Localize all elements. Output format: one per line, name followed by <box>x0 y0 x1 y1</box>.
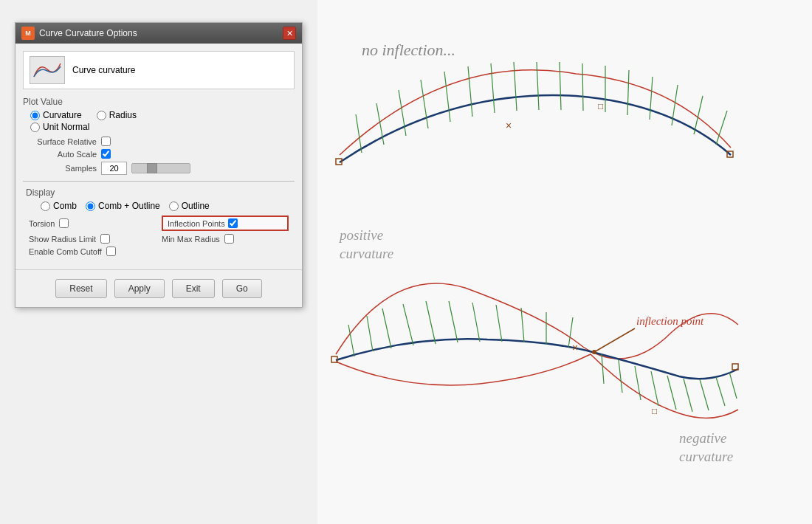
samples-slider[interactable] <box>131 163 190 173</box>
svg-line-9 <box>560 62 561 110</box>
auto-scale-label: Auto Scale <box>23 150 97 159</box>
svg-line-37 <box>684 379 692 412</box>
svg-line-45 <box>594 328 635 352</box>
titlebar-left: M Curve Curvature Options <box>21 27 137 40</box>
svg-text:×: × <box>506 120 512 131</box>
reset-button[interactable]: Reset <box>55 279 106 298</box>
go-button[interactable]: Go <box>222 279 262 298</box>
radio-comb-outline-input[interactable] <box>86 201 95 211</box>
svg-line-29 <box>521 308 524 342</box>
radio-curvature[interactable]: Curvature <box>30 110 82 120</box>
surface-relative-label: Surface Relative <box>23 137 97 146</box>
comb-cutoff-checkbox[interactable] <box>106 247 116 256</box>
no-inflection-text: no inflection... <box>362 41 455 59</box>
svg-point-46 <box>592 350 596 354</box>
torsion-label: Torsion <box>29 219 55 228</box>
svg-line-3 <box>421 80 428 128</box>
show-radius-checkbox[interactable] <box>100 234 110 244</box>
svg-line-39 <box>716 377 725 406</box>
svg-line-34 <box>635 366 641 400</box>
radio-outline[interactable]: Outline <box>169 201 210 211</box>
illustration-panel: no inflection... × □ <box>317 0 812 524</box>
samples-row: Samples 20 <box>23 162 295 175</box>
min-max-checkbox[interactable] <box>224 234 234 244</box>
svg-line-27 <box>472 303 480 342</box>
dialog-panel: M Curve Curvature Options ✕ Curve curvat… <box>0 0 317 524</box>
radio-row-2: Unit Normal <box>30 122 295 132</box>
exit-button[interactable]: Exit <box>172 279 215 298</box>
radio-comb-label: Comb <box>53 201 77 211</box>
svg-line-4 <box>444 72 450 122</box>
negative-curvature-label-2: curvature <box>679 449 733 464</box>
radio-curvature-input[interactable] <box>30 111 40 120</box>
min-max-row: Min Max Radius <box>162 234 289 244</box>
svg-line-36 <box>667 376 676 410</box>
radio-comb-outline-label: Comb + Outline <box>98 201 160 211</box>
svg-line-13 <box>650 77 653 120</box>
min-max-label: Min Max Radius <box>162 235 220 244</box>
svg-line-28 <box>496 305 502 342</box>
svg-line-35 <box>651 371 658 406</box>
dialog-footer: Reset Apply Exit Go <box>16 269 302 307</box>
close-button[interactable]: ✕ <box>283 27 296 40</box>
dialog-window: M Curve Curvature Options ✕ Curve curvat… <box>15 22 303 308</box>
svg-text:□: □ <box>652 406 657 416</box>
display-label: Display <box>26 187 292 198</box>
samples-label: Samples <box>23 164 97 173</box>
radio-unit-normal-label: Unit Normal <box>43 122 89 132</box>
display-section: Display Comb Comb + Outline Outline <box>23 187 295 256</box>
options-grid: Torsion Inflection Points Show Radius Li… <box>26 216 292 256</box>
svg-text:□: □ <box>598 101 603 111</box>
svg-line-25 <box>426 301 436 344</box>
torsion-checkbox[interactable] <box>59 218 69 228</box>
plot-value-label: Plot Value <box>23 97 295 107</box>
comb-cutoff-row: Enable Comb Cutoff <box>29 247 156 256</box>
radio-outline-input[interactable] <box>169 201 179 211</box>
radio-outline-label: Outline <box>182 201 210 211</box>
radio-radius[interactable]: Radius <box>97 110 137 120</box>
svg-line-0 <box>356 114 362 153</box>
radio-comb[interactable]: Comb <box>41 201 77 211</box>
svg-line-23 <box>382 308 391 348</box>
apply-button[interactable]: Apply <box>114 279 165 298</box>
svg-line-8 <box>537 62 539 110</box>
radio-row-1: Curvature Radius <box>30 110 295 120</box>
dialog-header: Curve curvature <box>23 51 295 89</box>
inflection-points-checkbox[interactable] <box>228 218 238 228</box>
svg-line-10 <box>582 63 583 111</box>
show-radius-label: Show Radius Limit <box>29 235 96 244</box>
dialog-title: Curve Curvature Options <box>39 28 137 38</box>
svg-text:×: × <box>572 342 578 354</box>
samples-input[interactable]: 20 <box>101 162 127 175</box>
svg-line-33 <box>619 360 622 393</box>
matlab-icon: M <box>21 27 35 40</box>
curve-curvature-icon <box>30 56 65 84</box>
dialog-header-title: Curve curvature <box>72 65 135 75</box>
radio-unit-normal[interactable]: Unit Normal <box>30 122 89 132</box>
inflection-point-label: inflection point <box>636 315 704 327</box>
svg-line-12 <box>627 70 629 115</box>
svg-line-26 <box>449 301 458 342</box>
auto-scale-checkbox[interactable] <box>101 149 111 159</box>
dialog-body: Curve curvature Plot Value Curvature Rad… <box>16 44 302 263</box>
radio-radius-input[interactable] <box>97 111 106 120</box>
plot-value-group: Curvature Radius Unit Normal <box>23 110 295 132</box>
svg-line-22 <box>367 316 373 351</box>
radio-unit-normal-input[interactable] <box>30 123 40 132</box>
svg-line-24 <box>403 304 413 345</box>
radio-comb-input[interactable] <box>41 201 50 211</box>
divider-1 <box>23 181 295 182</box>
display-radio-group: Comb Comb + Outline Outline <box>26 201 292 211</box>
surface-relative-row: Surface Relative <box>23 137 295 146</box>
radio-curvature-label: Curvature <box>43 110 82 120</box>
negative-curvature-label-1: negative <box>679 430 726 446</box>
svg-line-40 <box>729 372 737 399</box>
svg-line-7 <box>514 62 517 111</box>
dialog-titlebar: M Curve Curvature Options ✕ <box>16 23 302 44</box>
radio-comb-outline[interactable]: Comb + Outline <box>86 201 160 211</box>
surface-relative-checkbox[interactable] <box>101 137 111 146</box>
samples-slider-thumb <box>147 163 157 173</box>
svg-line-38 <box>700 379 709 410</box>
torsion-row: Torsion <box>29 216 156 231</box>
svg-line-5 <box>468 66 472 117</box>
